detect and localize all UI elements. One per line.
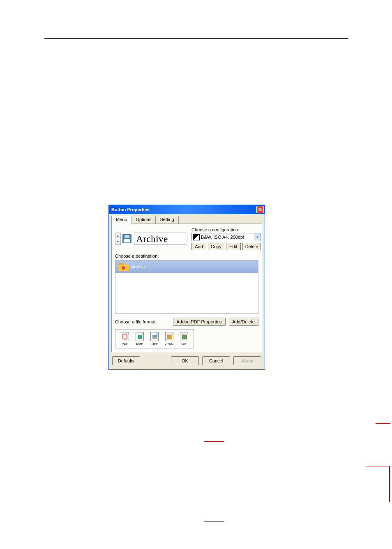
format-pdf[interactable]: PDF: [120, 332, 130, 346]
format-gif-label: GIF: [181, 342, 187, 346]
tab-setting[interactable]: Setting: [155, 216, 178, 224]
callout-line: [366, 466, 390, 466]
dialog-title: Button Properties: [111, 207, 150, 212]
tab-options[interactable]: Options: [131, 216, 156, 224]
destination-item-label: Archive: [131, 264, 146, 269]
format-jpeg-label: JPEG: [165, 342, 174, 346]
callout-line: [204, 441, 224, 442]
button-name-field[interactable]: Archive: [134, 233, 187, 245]
tab-panel-menu: ▲ ▼ Archive Choose a configuration: B&W,…: [111, 224, 262, 352]
close-icon: ✕: [258, 207, 262, 212]
defaults-button[interactable]: Defaults: [112, 356, 140, 365]
config-delete-button[interactable]: Delete: [242, 243, 261, 250]
list-item[interactable]: Archive: [115, 261, 258, 273]
file-format-selector: PDF BMP TIFF JPEG GIF: [115, 329, 194, 348]
dialog-titlebar: Button Properties ✕: [109, 205, 265, 214]
page-top-rule: [44, 38, 348, 39]
format-pdf-label: PDF: [122, 342, 128, 346]
chevron-down-icon[interactable]: ▾: [254, 233, 261, 241]
close-button[interactable]: ✕: [256, 206, 264, 213]
top-section: ▲ ▼ Archive Choose a configuration: B&W,…: [115, 227, 258, 250]
dialog-button-row: Defaults OK Cancel Apply: [111, 356, 262, 367]
ok-button[interactable]: OK: [171, 356, 199, 365]
configuration-panel: Choose a configuration: B&W, ISO A4, 200…: [191, 227, 261, 250]
cancel-button[interactable]: Cancel: [202, 356, 230, 365]
pdf-properties-button[interactable]: Adobe PDF Properties: [173, 318, 226, 326]
button-number-spinner[interactable]: ▲ ▼: [115, 233, 121, 245]
tabs-row: Menu Options Setting: [111, 216, 262, 224]
spinner-down-icon[interactable]: ▼: [115, 239, 120, 245]
jpeg-file-icon: [165, 332, 173, 341]
gif-file-icon: [180, 332, 188, 341]
configuration-buttons: Add Copy Edit Delete: [191, 243, 261, 250]
destination-label: Choose a destination:: [115, 254, 258, 258]
floppy-disk-icon: [122, 233, 132, 245]
apply-button[interactable]: Apply: [233, 356, 261, 365]
bmp-file-icon: [136, 332, 144, 341]
dialog-body: Menu Options Setting ▲ ▼ Archive Choose …: [109, 214, 265, 369]
format-bmp-label: BMP: [136, 342, 143, 346]
spinner-up-icon[interactable]: ▲: [115, 233, 120, 239]
tiff-file-icon: [150, 332, 159, 341]
button-properties-dialog: Button Properties ✕ Menu Options Setting…: [108, 205, 265, 370]
format-tiff-label: TIFF: [151, 342, 158, 346]
config-add-button[interactable]: Add: [191, 243, 206, 250]
callout-line: [204, 521, 224, 522]
file-format-label: Choose a file format:: [115, 319, 157, 324]
destination-listbox[interactable]: Archive: [115, 260, 258, 314]
format-gif[interactable]: GIF: [179, 332, 189, 346]
tab-menu[interactable]: Menu: [111, 216, 132, 224]
file-format-actions: Adobe PDF Properties Add/Delete: [173, 318, 259, 326]
pdf-file-icon: [121, 332, 129, 341]
file-format-row: Choose a file format: Adobe PDF Properti…: [115, 318, 258, 326]
folder-icon: [118, 262, 129, 271]
callout-line: [376, 423, 390, 424]
callout-line: [389, 466, 390, 502]
format-jpeg[interactable]: JPEG: [164, 332, 175, 346]
configuration-selected-text: B&W, ISO A4, 200dpi: [201, 233, 254, 241]
configuration-dropdown[interactable]: B&W, ISO A4, 200dpi ▾: [191, 233, 261, 241]
config-edit-button[interactable]: Edit: [226, 243, 241, 250]
add-delete-button[interactable]: Add/Delete: [229, 318, 258, 326]
config-copy-button[interactable]: Copy: [208, 243, 224, 250]
format-tiff[interactable]: TIFF: [149, 332, 160, 346]
button-selector-area: ▲ ▼ Archive: [115, 227, 187, 250]
configuration-label: Choose a configuration:: [191, 227, 261, 232]
bw-mode-icon: [193, 234, 200, 240]
format-bmp[interactable]: BMP: [134, 332, 145, 346]
